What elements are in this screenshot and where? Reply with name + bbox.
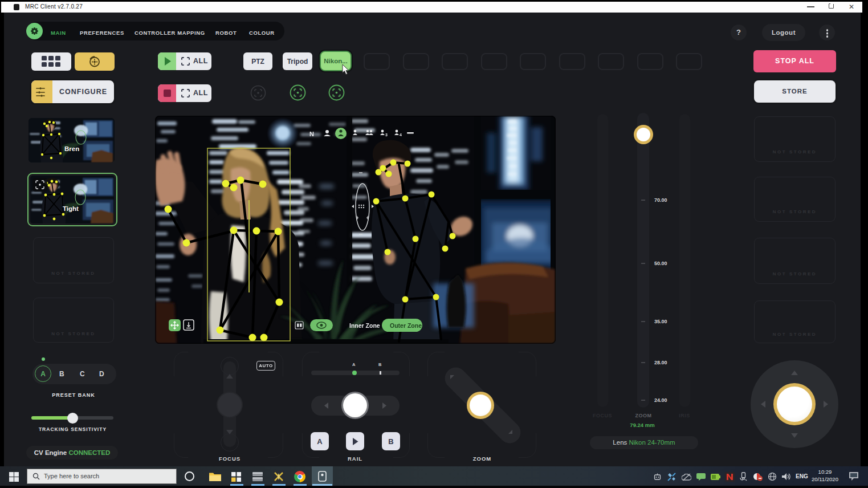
svg-text:Inner Zone: Inner Zone xyxy=(349,322,380,329)
svg-text:N: N xyxy=(309,131,314,137)
svg-text:3: 3 xyxy=(385,133,388,137)
svg-text:Outer Zone: Outer Zone xyxy=(390,322,422,329)
svg-text:4: 4 xyxy=(400,133,402,137)
